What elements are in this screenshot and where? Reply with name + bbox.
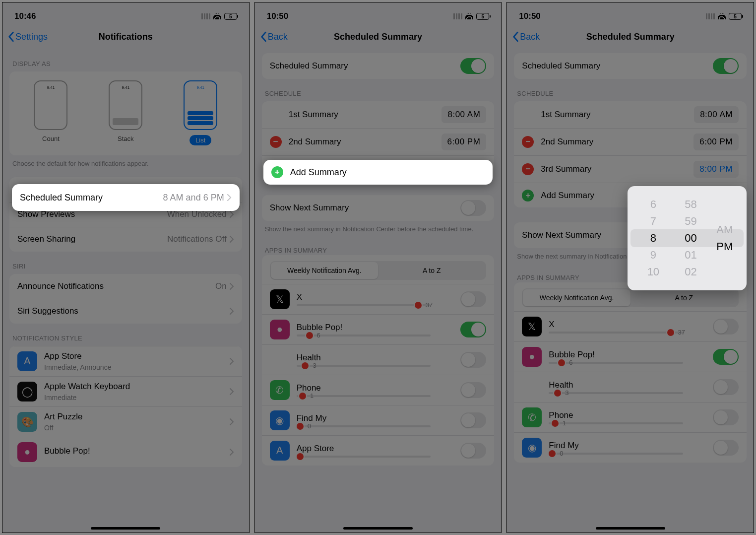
toggle-app-include[interactable] [460,412,486,428]
delete-icon[interactable]: − [270,136,282,148]
toggle-app-include[interactable] [460,322,486,337]
segment-a-to-z[interactable]: A to Z [378,262,485,279]
row-announce-notifications[interactable]: Announce Notifications On [9,274,242,299]
notification-style-row[interactable]: ● Bubble Pop! [9,437,242,467]
picker-item[interactable]: AM [709,221,740,238]
toggle-app-include[interactable] [713,349,739,365]
app-name: Bubble Pop! [549,350,713,360]
toggle-scheduled-summary[interactable] [460,58,486,74]
display-option-list[interactable]: 9:41 List [184,80,217,145]
summary-time[interactable]: 8:00 AM [441,106,486,123]
toggle-app-include[interactable] [713,379,739,395]
segment-a-to-z[interactable]: A to Z [630,289,738,306]
schedule-summary-row[interactable]: −2nd Summary6:00 PM [262,128,495,155]
toggle-app-include[interactable] [460,291,486,307]
picker-item[interactable]: 8 [641,230,665,247]
schedule-summary-row[interactable]: 1st Summary8:00 AM [262,101,495,128]
toggle-app-include[interactable] [713,440,739,456]
schedule-summary-row[interactable]: 1st Summary8:00 AM [514,101,747,128]
row-siri-suggestions[interactable]: Siri Suggestions [9,299,242,324]
home-indicator[interactable] [91,527,160,530]
summary-time[interactable]: 8:00 PM [693,161,739,178]
highlight-scheduled-summary[interactable]: Scheduled Summary 8 AM and 6 PM [12,184,240,211]
picker-item[interactable]: 10 [638,264,668,280]
app-icon: ◉ [270,410,290,430]
screen-scheduled-summary-picker: 10:50 5 Back Scheduled Summary Scheduled… [506,2,754,533]
toggle-app-include[interactable] [460,352,486,368]
summary-label: 1st Summary [541,110,694,120]
picker-minute[interactable]: 5859000102 [672,191,710,285]
home-indicator[interactable] [596,527,665,530]
app-icon: ❤︎ [522,377,542,397]
home-indicator[interactable] [343,527,413,530]
highlight-add-summary[interactable]: + Add Summary [263,160,493,185]
nav-title: Scheduled Summary [255,32,502,42]
display-as-footer: Choose the default for how notifications… [2,155,249,170]
nav-title: Scheduled Summary [507,32,754,42]
chevron-right-icon [230,358,234,365]
picker-hour[interactable]: 678910 [634,191,672,285]
avg-slider: 37 [549,332,683,334]
app-summary-row: ● Bubble Pop! 6 [262,314,495,344]
app-name: Find My [549,441,713,451]
display-option-count[interactable]: 9:41 Count [34,80,67,145]
schedule-summary-row[interactable]: −3rd Summary8:00 PM [514,155,747,183]
summary-label: 2nd Summary [289,137,441,147]
avg-slider: 1 [549,422,683,424]
picker-item[interactable]: PM [709,238,740,255]
app-icon: 𝕏 [522,317,542,336]
summary-time[interactable]: 6:00 PM [693,134,739,150]
row-screen-sharing[interactable]: Screen Sharing Notifications Off [9,227,242,252]
notification-style-row[interactable]: A App Store Immediate, Announce [9,346,242,376]
app-icon: ● [17,442,37,462]
picker-item[interactable]: 58 [676,196,705,213]
app-name: Art Puzzle [44,412,227,422]
app-delivery: Off [44,424,227,432]
toggle-app-include[interactable] [460,382,486,398]
picker-item[interactable]: 59 [676,213,705,230]
app-name: Bubble Pop! [44,446,227,456]
picker-item[interactable]: 01 [676,247,705,264]
picker-item[interactable]: 9 [641,247,665,264]
app-icon: ◉ [522,438,542,458]
summary-time[interactable]: 8:00 AM [694,106,739,123]
delete-icon[interactable]: − [522,163,534,175]
picker-item[interactable]: 6 [641,196,665,213]
toggle-app-include[interactable] [713,319,739,334]
app-name: Apple Watch Keyboard [44,382,227,392]
toggle-show-next-summary[interactable] [460,200,486,216]
picker-item[interactable]: 02 [676,264,705,280]
notification-style-row[interactable]: ◯ Apple Watch Keyboard Immediate [9,376,242,406]
row-scheduled-summary-toggle: Scheduled Summary [514,53,747,79]
picker-ampm[interactable]: AMPM [709,191,740,285]
chevron-right-icon [230,418,234,425]
picker-item[interactable]: 00 [676,230,705,247]
toggle-scheduled-summary[interactable] [713,58,739,74]
summary-time[interactable]: 6:00 PM [441,134,487,150]
segment-weekly-avg[interactable]: Weekly Notification Avg. [271,262,378,279]
app-summary-row: ❤︎ Health 3 [514,372,747,402]
section-schedule-header: SCHEDULE [255,79,502,101]
nav-back-button[interactable]: Back [260,31,288,42]
display-option-stack[interactable]: 9:41 Stack [109,80,142,145]
nav-back-settings[interactable]: Settings [7,31,48,42]
app-name: Health [297,353,461,363]
battery-icon: 5 [476,13,489,20]
segmented-sort[interactable]: Weekly Notification Avg. A to Z [522,288,739,307]
app-icon: ◯ [17,382,37,401]
chevron-right-icon [227,194,232,201]
nav-back-button[interactable]: Back [512,31,540,42]
segmented-sort[interactable]: Weekly Notification Avg. A to Z [270,261,487,280]
app-summary-row: ❤︎ Health 3 [262,344,495,375]
app-icon: 𝕏 [270,289,290,309]
toggle-app-include[interactable] [713,409,739,425]
picker-item[interactable]: 7 [641,213,665,230]
app-summary-row: 𝕏 X 37 [514,311,747,341]
segment-weekly-avg[interactable]: Weekly Notification Avg. [523,289,630,306]
toggle-app-include[interactable] [460,443,486,459]
schedule-summary-row[interactable]: −2nd Summary6:00 PM [514,128,747,155]
notification-style-row[interactable]: 🎨 Art Puzzle Off [9,406,242,437]
delete-icon[interactable]: − [522,136,534,148]
app-icon: 🎨 [17,412,37,432]
time-picker[interactable]: 678910 5859000102 AMPM [628,186,747,290]
